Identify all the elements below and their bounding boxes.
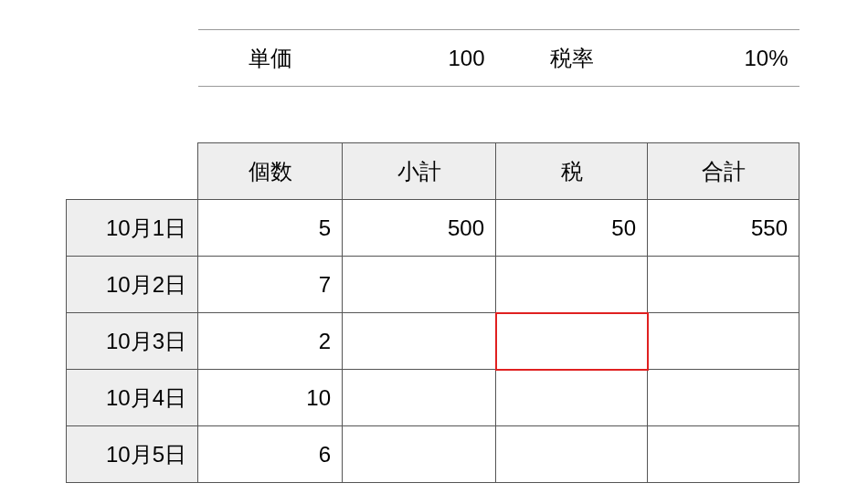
blank-cell[interactable]	[343, 87, 496, 143]
blank-cell[interactable]	[648, 87, 799, 143]
total-cell[interactable]: 550	[648, 200, 799, 257]
total-cell[interactable]	[648, 313, 799, 370]
total-cell[interactable]	[648, 426, 799, 483]
subtotal-cell[interactable]	[343, 257, 496, 313]
qty-cell[interactable]: 10	[198, 370, 343, 426]
total-cell[interactable]	[648, 370, 799, 426]
qty-cell[interactable]: 7	[198, 257, 343, 313]
header-tax[interactable]: 税	[496, 143, 648, 200]
qty-cell[interactable]: 2	[198, 313, 343, 370]
table-row: 10月4日 10	[67, 370, 799, 426]
qty-cell[interactable]: 5	[198, 200, 343, 257]
tax-cell[interactable]	[496, 370, 648, 426]
blank-cell[interactable]	[67, 30, 198, 87]
qty-cell[interactable]: 6	[198, 426, 343, 483]
table-row: 10月2日 7	[67, 257, 799, 313]
blank-cell[interactable]	[496, 87, 648, 143]
table-row: 10月1日 5 500 50 550	[67, 200, 799, 257]
date-cell[interactable]: 10月1日	[67, 200, 198, 257]
info-row: 単価 100 税率 10%	[67, 30, 799, 87]
unit-price-value[interactable]: 100	[343, 30, 496, 87]
blank-cell[interactable]	[67, 143, 198, 200]
spreadsheet-region: 単価 100 税率 10% 個数 小計 税 合計 10月1日 5 500 50 …	[66, 29, 799, 483]
subtotal-cell[interactable]	[343, 370, 496, 426]
table-row: 10月5日 6	[67, 426, 799, 483]
header-qty[interactable]: 個数	[198, 143, 343, 200]
subtotal-cell[interactable]	[343, 426, 496, 483]
tax-rate-value[interactable]: 10%	[648, 30, 799, 87]
spreadsheet-table: 単価 100 税率 10% 個数 小計 税 合計 10月1日 5 500 50 …	[66, 29, 799, 483]
table-row: 10月3日 2	[67, 313, 799, 370]
date-cell[interactable]: 10月5日	[67, 426, 198, 483]
header-subtotal[interactable]: 小計	[343, 143, 496, 200]
header-row: 個数 小計 税 合計	[67, 143, 799, 200]
tax-cell[interactable]	[496, 426, 648, 483]
header-total[interactable]: 合計	[648, 143, 799, 200]
tax-cell[interactable]	[496, 257, 648, 313]
tax-rate-label[interactable]: 税率	[496, 30, 648, 87]
total-cell[interactable]	[648, 257, 799, 313]
date-cell[interactable]: 10月4日	[67, 370, 198, 426]
tax-cell[interactable]: 50	[496, 200, 648, 257]
tax-cell-selected[interactable]	[496, 313, 648, 370]
spacer-row	[67, 87, 799, 143]
subtotal-cell[interactable]: 500	[343, 200, 496, 257]
date-cell[interactable]: 10月3日	[67, 313, 198, 370]
blank-cell[interactable]	[67, 87, 198, 143]
unit-price-label[interactable]: 単価	[198, 30, 343, 87]
blank-cell[interactable]	[198, 87, 343, 143]
subtotal-cell[interactable]	[343, 313, 496, 370]
date-cell[interactable]: 10月2日	[67, 257, 198, 313]
